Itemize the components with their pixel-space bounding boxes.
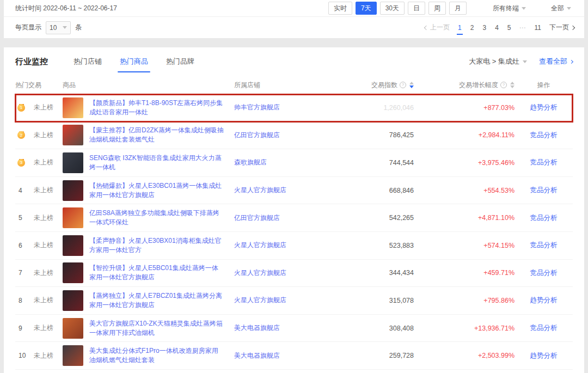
header-trade-index: 交易指数 ? (371, 81, 414, 90)
rank-cell: 1 (15, 104, 34, 112)
row-action-link[interactable]: 竞品分析 (530, 241, 558, 250)
terminal-dropdown[interactable]: 所有终端 (493, 4, 526, 13)
product-title-link[interactable]: 【颜质新品】帅丰T1-8B-90ST左蒸右烤同步集成灶语音家用一体灶 (89, 99, 224, 117)
trade-growth-value: +4,871.10% (478, 214, 514, 222)
shop-link[interactable]: 亿田官方旗舰店 (234, 213, 327, 223)
product-title-link[interactable]: 【蒙主推荐】亿田D2ZK蒸烤一体集成灶侧吸抽油烟机烟灶套装燃气灶 (89, 126, 224, 144)
trade-growth-value: +795.86% (483, 297, 514, 304)
row-action-link[interactable]: 趋势分析 (530, 296, 558, 305)
panel-tabs: 热门店铺热门商品热门品牌 (74, 47, 194, 76)
per-page-unit: 条 (75, 23, 82, 32)
per-page-select[interactable]: 10 (46, 21, 71, 34)
product-thumbnail[interactable] (63, 235, 83, 256)
sort-up-icon (409, 82, 414, 84)
range-button[interactable]: 周 (428, 2, 446, 15)
listed-status: 未上榜 (34, 186, 63, 195)
range-button[interactable]: 30天 (380, 2, 405, 15)
pagination-page[interactable]: 2 (470, 23, 475, 33)
chevron-right-icon (571, 25, 575, 29)
panel-tab[interactable]: 热门店铺 (74, 47, 102, 76)
shop-link[interactable]: 森歌旗舰店 (234, 158, 327, 167)
pagination-prev-button[interactable]: 上一页 (425, 23, 450, 32)
shop-link[interactable]: 火星人官方旗舰店 (234, 186, 327, 195)
product-thumbnail[interactable] (63, 180, 83, 201)
row-action-link[interactable]: 竞品分析 (530, 186, 558, 195)
stat-time-bar: 统计时间 2022-06-11 ~ 2022-06-17 实时7天30天日周月 … (4, 0, 584, 17)
product-thumbnail[interactable] (63, 207, 83, 228)
product-title-link[interactable]: 【柔声静音】火星人E30BX01消毒柜集成灶官方家用一体灶官方 (89, 236, 224, 255)
category-dropdown[interactable]: 大家电 > 集成灶 (469, 57, 527, 66)
row-action-link[interactable]: 竞品分析 (530, 268, 558, 278)
shop-link[interactable]: 火星人官方旗舰店 (234, 268, 327, 278)
trade-index-value: 523,883 (389, 242, 414, 249)
product-thumbnail[interactable] (63, 97, 83, 118)
trade-growth-value: +13,936.71% (474, 325, 514, 332)
row-action-link[interactable]: 竞品分析 (530, 213, 558, 223)
product-title-link[interactable]: 【智控升级】火星人E5BC01集成灶蒸烤一体家用一体灶官方旗舰店 (89, 264, 224, 282)
pagination-next-button[interactable]: 下一页 (549, 23, 574, 32)
product-title-link[interactable]: 【蒸烤独立】火星人E7BCZ01集成灶蒸烤分离家用一体灶官方旗舰店 (89, 291, 224, 310)
product-title-link[interactable]: 美大集成灶分体式F1Pro一体机改造厨房家用油烟机燃气灶烟灶套装 (89, 346, 224, 365)
shop-link[interactable]: 亿田官方旗舰店 (234, 131, 327, 140)
rank-number: 5 (15, 214, 22, 222)
sort-trade-index[interactable] (409, 82, 414, 88)
listed-status: 未上榜 (34, 158, 63, 167)
table-row: 9 未上榜 美大官方旗舰店X10-ZK天猫精灵集成灶蒸烤箱一体家用下排式油烟机 … (15, 315, 573, 343)
product-thumbnail[interactable] (63, 345, 83, 366)
per-page-value: 10 (50, 24, 57, 32)
scope-dropdown[interactable]: 全部 (551, 4, 571, 13)
shop-link[interactable]: 美大电器旗舰店 (234, 351, 327, 360)
product-title-link[interactable]: 【热销爆款】火星人E30BC01蒸烤一体集成灶家用一体灶官方旗舰店 (89, 181, 224, 200)
header-action: 操作 (537, 81, 550, 90)
view-all-link[interactable]: 查看全部 (539, 57, 573, 66)
row-action-link[interactable]: 趋势分析 (530, 103, 558, 112)
row-action-link[interactable]: 竞品分析 (530, 131, 558, 140)
panel-tab[interactable]: 热门品牌 (166, 47, 194, 76)
header-trade-growth: 交易增长幅度 ? (459, 81, 514, 90)
range-button[interactable]: 7天 (356, 2, 377, 15)
product-thumbnail[interactable] (63, 125, 83, 145)
product-title-link[interactable]: SENG森歌 I3ZK智能语音集成灶家用大火力蒸烤一体机 (89, 154, 224, 172)
product-cell: 【蒸烤独立】火星人E7BCZ01集成灶蒸烤分离家用一体灶官方旗舰店 (63, 290, 234, 311)
product-cell: 亿田S8A蒸烤独立多功能集成灶侧吸下排蒸烤一体式环保灶 (63, 207, 234, 228)
rank-cell: 8 (15, 297, 34, 304)
row-action-link[interactable]: 趋势分析 (530, 351, 558, 360)
product-cell: 【颜质新品】帅丰T1-8B-90ST左蒸右烤同步集成灶语音家用一体灶 (63, 97, 234, 118)
pagination-page[interactable]: 11 (534, 23, 542, 33)
pagination-page[interactable]: 1 (457, 23, 462, 33)
product-thumbnail[interactable] (63, 318, 83, 339)
listed-status: 未上榜 (34, 103, 63, 112)
product-title-link[interactable]: 美大官方旗舰店X10-ZK天猫精灵集成灶蒸烤箱一体家用下排式油烟机 (89, 319, 224, 338)
shop-link[interactable]: 火星人官方旗舰店 (234, 241, 327, 250)
pagination-page[interactable]: 4 (494, 23, 499, 33)
panel-header-right: 大家电 > 集成灶 查看全部 (469, 57, 573, 66)
product-thumbnail[interactable] (63, 262, 83, 283)
help-icon[interactable]: ? (400, 82, 406, 88)
trade-index-value: 786,425 (389, 131, 414, 139)
sort-down-icon (510, 85, 514, 88)
trade-index-value: 344,434 (389, 269, 414, 277)
pagination-page[interactable]: 3 (482, 23, 487, 33)
product-thumbnail[interactable] (63, 290, 83, 311)
sort-trade-growth[interactable] (510, 82, 514, 88)
row-action-link[interactable]: 竞品分析 (530, 323, 558, 333)
chevron-right-icon (569, 59, 573, 63)
trade-growth-value: +459.71% (483, 269, 514, 277)
range-button[interactable]: 月 (449, 2, 467, 15)
panel-tab[interactable]: 热门商品 (120, 47, 148, 76)
help-icon[interactable]: ? (500, 82, 507, 88)
row-action-link[interactable]: 竞品分析 (530, 158, 558, 167)
shop-link[interactable]: 帅丰官方旗舰店 (234, 103, 327, 112)
range-button[interactable]: 日 (408, 2, 425, 15)
shop-link[interactable]: 火星人官方旗舰店 (234, 296, 327, 305)
section-divider (0, 38, 588, 47)
range-button[interactable]: 实时 (328, 2, 352, 15)
product-title-link[interactable]: 亿田S8A蒸烤独立多功能集成灶侧吸下排蒸烤一体式环保灶 (89, 209, 224, 227)
listed-status: 未上榜 (34, 351, 63, 360)
product-thumbnail[interactable] (63, 152, 83, 173)
trade-index-value: 259,728 (389, 352, 414, 359)
shop-link[interactable]: 美大电器旗舰店 (234, 323, 327, 333)
stat-time-label: 统计时间 2022-06-11 ~ 2022-06-17 (15, 4, 117, 13)
pagination-page[interactable]: 5 (507, 23, 512, 33)
header-trade-index-label: 交易指数 (371, 81, 397, 90)
